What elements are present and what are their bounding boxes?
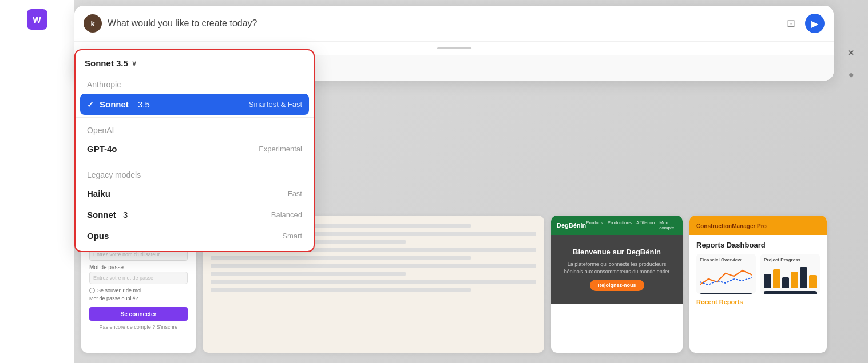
input-bar: k What would you like to create today? ⊡…	[74, 6, 834, 42]
financial-line-chart	[700, 265, 752, 290]
degbenin-nav-links: Produits Productions Affiliation Mon com…	[586, 220, 677, 230]
construction-header-title: ConstructionManager Pro	[696, 223, 767, 229]
sidebar: w	[0, 0, 74, 363]
openai-section-label: OpenAI	[76, 120, 314, 138]
construction-charts: Financial Overview View Overall Report P…	[696, 254, 820, 294]
radio-icon	[89, 288, 95, 293]
toolbar: Sonnet 3.5 ∨ Anthropic ✓ Sonnet 3.5 Smar…	[74, 55, 834, 81]
pin-button[interactable]: ✦	[842, 66, 860, 85]
view-report-button[interactable]: View Overall Report	[700, 293, 752, 294]
close-button[interactable]: ×	[842, 43, 860, 62]
nav-link-productions[interactable]: Productions	[608, 220, 632, 230]
dropdown-header: Sonnet 3.5 ∨	[76, 50, 314, 74]
opus-badge: Smart	[282, 232, 302, 240]
password-label: Mot de passe	[89, 264, 188, 270]
sonnet3-badge: Balanced	[271, 210, 302, 219]
anthropic-section-label: Anthropic	[76, 74, 314, 93]
bar-4	[791, 272, 798, 288]
input-actions: ⊡ ▶	[781, 14, 825, 33]
project-bar-chart	[764, 265, 817, 288]
new-report-button[interactable]: New Financial Report	[764, 291, 817, 294]
legacy-section-label: Legacy models	[76, 165, 314, 183]
nav-link-affiliation[interactable]: Affiliation	[636, 220, 655, 230]
dropdown-model-selector[interactable]: Sonnet 3.5 ∨	[85, 57, 137, 69]
checkmark-icon: ✓	[87, 100, 94, 109]
model-option-gpt4o[interactable]: GPT-4o Experimental	[76, 138, 314, 159]
construction-card: ConstructionManager Pro Reports Dashboar…	[689, 216, 827, 353]
model-option-sonnet35[interactable]: ✓ Sonnet 3.5 Smartest & Fast	[80, 94, 309, 115]
chat-input-display[interactable]: What would you like to create today?	[108, 18, 775, 29]
remember-me-radio[interactable]: Se souvenir de moi	[89, 288, 188, 293]
doc-line-7	[211, 272, 406, 276]
degbenin-hero-title: Bienvenue sur DegBénin	[573, 248, 661, 256]
haiku-label: Haiku	[87, 189, 110, 198]
opus-label: Opus	[87, 231, 109, 241]
degbenin-hero-description: La plateforme qui connecte les producteu…	[558, 261, 676, 275]
doc-line-9	[211, 288, 471, 292]
model-dropdown: Sonnet 3.5 ∨ Anthropic ✓ Sonnet 3.5 Smar…	[74, 49, 315, 252]
doc-line-5	[211, 256, 471, 260]
sonnet35-label: ✓ Sonnet 3.5	[87, 99, 150, 109]
model-option-haiku[interactable]: Haiku Fast	[76, 183, 314, 204]
login-submit-button[interactable]: Se connecter	[89, 307, 188, 321]
user-avatar: k	[84, 14, 102, 33]
send-icon: ▶	[811, 18, 818, 29]
nav-link-account[interactable]: Mon compte	[659, 220, 677, 230]
bar-1	[764, 274, 771, 288]
password-input[interactable]: Entrez votre mot de passe	[89, 272, 188, 284]
doc-line-6	[211, 264, 536, 268]
right-panel: × ✦	[834, 0, 868, 363]
chat-separator	[437, 47, 471, 49]
chat-container: k What would you like to create today? ⊡…	[74, 6, 834, 81]
nav-link-products[interactable]: Produits	[586, 220, 603, 230]
recent-reports-label: Recent Reports	[696, 298, 820, 305]
model-option-opus[interactable]: Opus Smart	[76, 225, 314, 246]
divider-1	[76, 117, 314, 118]
bar-2	[773, 269, 780, 288]
haiku-badge: Fast	[288, 189, 302, 198]
degbenin-navbar: DegBénin Produits Productions Affiliatio…	[551, 216, 683, 235]
current-model-label: Sonnet 3.5	[85, 58, 128, 68]
degbenin-card: DegBénin Produits Productions Affiliatio…	[551, 216, 683, 353]
bar-3	[782, 277, 790, 288]
login-footer: Pas encore de compte ? S'inscrire	[89, 324, 188, 330]
divider-2	[76, 162, 314, 162]
financial-chart-label: Financial Overview	[700, 257, 752, 262]
camera-icon: ⊡	[787, 17, 795, 30]
pin-icon: ✦	[847, 69, 855, 82]
sidebar-logo: w	[27, 9, 47, 30]
construction-header: ConstructionManager Pro	[689, 216, 827, 235]
project-chart-box: Project Progress New Financial Report	[760, 254, 820, 294]
degbenin-logo: DegBénin	[557, 222, 586, 229]
degbenin-hero: Bienvenue sur DegBénin La plateforme qui…	[551, 235, 683, 304]
project-chart-label: Project Progress	[764, 257, 817, 262]
doc-line-8	[211, 280, 536, 284]
forgot-password-link[interactable]: Mot de passe oublié?	[89, 296, 188, 301]
degbenin-cta-button[interactable]: Rejoignez-nous	[590, 280, 644, 291]
chevron-down-icon: ∨	[132, 59, 137, 67]
sonnet35-badge: Smartest & Fast	[249, 100, 302, 109]
gpt4o-label: GPT-4o	[87, 144, 117, 154]
bar-6	[809, 275, 817, 288]
sonnet3-label: Sonnet 3	[87, 210, 128, 220]
camera-button[interactable]: ⊡	[781, 14, 800, 33]
gpt4o-badge: Experimental	[259, 145, 302, 153]
send-button[interactable]: ▶	[805, 14, 825, 33]
bar-5	[800, 267, 807, 288]
financial-chart-box: Financial Overview View Overall Report	[696, 254, 756, 294]
reports-dashboard-title: Reports Dashboard	[696, 241, 820, 249]
model-option-sonnet3[interactable]: Sonnet 3 Balanced	[76, 204, 314, 225]
construction-body: Reports Dashboard Financial Overview Vie…	[689, 235, 827, 311]
